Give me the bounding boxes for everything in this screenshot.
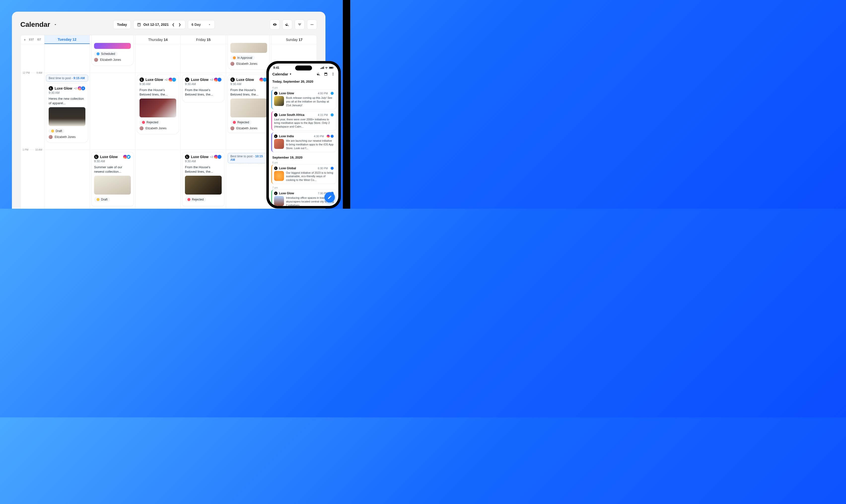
search-icon: [285, 22, 289, 26]
instagram-icon: [327, 134, 330, 138]
svg-rect-11: [333, 67, 334, 68]
title-dropdown[interactable]: [53, 22, 58, 27]
day-column[interactable]: LLuxe Glow+2 9:30 AM From the House's Be…: [135, 44, 181, 209]
thumbnail: [274, 139, 284, 149]
avatar: [94, 58, 98, 62]
day-column[interactable]: In Approval Elizabeth Jones LLuxe Glow 9…: [226, 44, 271, 209]
twitter-icon: [126, 155, 131, 159]
assignee: Elizabeth Jones: [140, 126, 176, 130]
status-tag: Draft: [49, 128, 65, 133]
post-card[interactable]: LLuxe South Africa4:15 PM Last year, the…: [271, 111, 336, 131]
twitter-icon: [330, 113, 334, 116]
clock: 9:41: [273, 66, 279, 70]
card-thumbnail: [140, 98, 176, 118]
post-card[interactable]: LLuxe India4:30 PM We are launching our …: [271, 132, 336, 152]
card-thumbnail: [185, 176, 222, 195]
tz-a: EST: [29, 38, 34, 41]
avatar: [49, 135, 53, 139]
tz-b: IST: [37, 38, 41, 41]
post-card[interactable]: LLuxe Glow+2 9:30 AM From the House's Be…: [137, 75, 179, 133]
svg-point-1: [312, 24, 313, 25]
next-arrow[interactable]: ❯: [178, 23, 182, 26]
search-icon[interactable]: [317, 72, 320, 76]
post-card[interactable]: LLuxe Glow+2 9:30 AM Heres the new colle…: [46, 84, 88, 142]
page-title: Calendar: [20, 21, 50, 29]
thumbnail: [274, 96, 284, 106]
day-header-row: + EST IST Tuesday12 Wednesday13 Thursday…: [21, 35, 317, 44]
facebook-icon: [81, 86, 85, 91]
svg-rect-3: [79, 88, 81, 89]
view-select[interactable]: 6 Day: [188, 20, 215, 29]
day-column[interactable]: LLuxe Glow+2 9:30 AM From the House's Be…: [181, 44, 226, 209]
status-tag: Draft: [94, 197, 110, 202]
: Rejected: [185, 197, 206, 202]
status-tag: In Approval: [230, 55, 255, 60]
mobile-title[interactable]: Calendar▼: [272, 72, 292, 76]
add-tz-button[interactable]: +: [24, 38, 26, 42]
compose-fab[interactable]: [324, 192, 335, 202]
more-button[interactable]: [307, 20, 317, 30]
battery-icon: [329, 67, 334, 69]
search-button[interactable]: [282, 20, 292, 30]
today-button[interactable]: Today: [113, 20, 130, 29]
svg-point-2: [313, 24, 314, 25]
view-label: 6 Day: [192, 22, 201, 26]
card-text: Heres the new collection of apparel...: [49, 96, 85, 105]
tz-header: + EST IST: [21, 35, 45, 44]
day-header[interactable]: Sunday17: [271, 35, 317, 44]
svg-rect-10: [330, 67, 333, 69]
facebook-icon: [217, 77, 222, 82]
twitter-icon: [172, 77, 176, 82]
compose-icon: [328, 195, 332, 199]
mobile-screen: 9:41 Calendar▼ Today, September 20, 2020…: [269, 64, 338, 206]
prev-arrow[interactable]: ❮: [171, 23, 175, 26]
day-header[interactable]: Thursday14: [135, 35, 181, 44]
svg-point-14: [333, 75, 333, 76]
day-header[interactable]: Friday15: [181, 35, 226, 44]
calendar-icon[interactable]: [324, 72, 328, 76]
date-range-picker[interactable]: Oct 12-17, 2021 ❮ ❯: [133, 20, 186, 29]
day-column[interactable]: Best time to post - 9:15 AM LLuxe Glow+2…: [45, 44, 90, 209]
svg-rect-6: [321, 68, 322, 69]
facebook-icon: [217, 155, 222, 159]
assignee: Elizabeth Jones: [49, 135, 85, 139]
assignee: Elizabeth Jones: [94, 58, 131, 62]
hour-label: 6 pm: [269, 161, 338, 164]
best-time-hint: Best time to post - 9:15 AM: [46, 75, 88, 82]
thumbnail: [274, 196, 284, 206]
date-range-label: Oct 12-17, 2021: [143, 22, 169, 26]
svg-point-0: [311, 24, 312, 25]
post-card[interactable]: LLuxe Glow+2 9:30 AM From the House's Be…: [182, 152, 224, 206]
hour-label: 4 pm: [269, 86, 338, 90]
post-card[interactable]: LLuxe Glow 9:30 AM From the House's Belo…: [228, 75, 270, 133]
header: Calendar Today Oct 12-17, 2021 ❮ ❯ 6 Day: [20, 20, 317, 30]
card-time: 9:30 AM: [49, 91, 85, 94]
status-tag: Rejected: [140, 120, 161, 125]
post-card[interactable]: In Approval Elizabeth Jones: [228, 35, 270, 69]
more-icon[interactable]: [331, 72, 335, 76]
card-thumbnail: [94, 176, 131, 195]
svg-point-12: [333, 73, 333, 73]
status-tag: Rejected: [230, 120, 251, 125]
post-card[interactable]: Scheduled Elizabeth Jones: [91, 35, 134, 65]
post-card[interactable]: LLuxe Glow+2 9:30 AM From the House's Be…: [182, 75, 224, 101]
brand-avatar: L: [49, 86, 53, 91]
svg-point-4: [80, 88, 80, 89]
filter-button[interactable]: [295, 20, 304, 30]
calendar-icon: [137, 22, 141, 26]
post-card[interactable]: LLuxe Glow 9:30 AM Summer sale of our ne…: [91, 152, 134, 206]
section-header: September 19, 2020: [269, 154, 338, 161]
facebook-icon: [330, 134, 334, 138]
mobile-header: Calendar▼: [269, 70, 338, 78]
post-card[interactable]: LLuxe Global6:30 PM Our biggest initiati…: [271, 164, 336, 184]
svg-rect-5: [320, 68, 321, 69]
card-thumbnail: [230, 98, 267, 118]
day-header[interactable]: Tuesday12: [45, 35, 90, 44]
wifi-icon: [325, 67, 328, 69]
twitter-icon: [330, 92, 334, 95]
visibility-button[interactable]: [270, 20, 280, 30]
post-card[interactable]: LLuxe Glow4:00 PM Book release coming up…: [271, 90, 336, 109]
day-column[interactable]: Scheduled Elizabeth Jones LLuxe Glow 9:3…: [90, 44, 135, 209]
assignee: Elizabeth Jones: [230, 126, 267, 130]
facebook-icon: [330, 166, 334, 170]
